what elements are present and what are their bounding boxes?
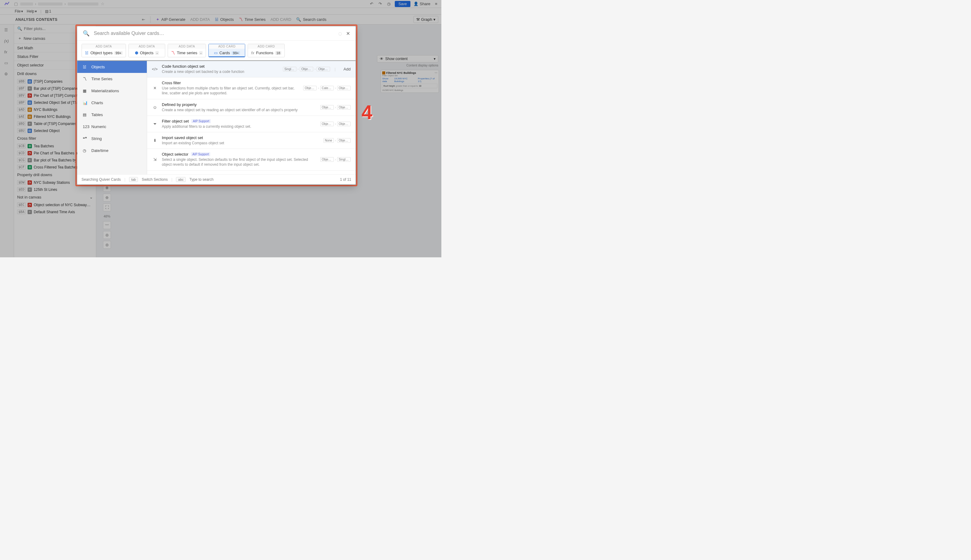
card-tag: Object… bbox=[337, 138, 350, 143]
aip-badge: AIP Support bbox=[191, 152, 210, 156]
search-icon: 🔍 bbox=[83, 30, 90, 37]
card-tag: Object… bbox=[337, 122, 350, 126]
quiver-card-modal: 🔍 ◌ ✕ ADD DATA ☱ Object types 99+ ADD DA… bbox=[77, 26, 355, 184]
modal-sidebar-materializations[interactable]: ▦Materializations bbox=[77, 85, 147, 97]
card-type-icon: ⬇ bbox=[152, 138, 158, 143]
table-icon: ▦ bbox=[83, 88, 88, 93]
abc-key-hint: abc bbox=[176, 177, 186, 182]
annotation-number: 4 bbox=[361, 101, 372, 124]
card-type-icon: ✕ bbox=[152, 85, 158, 91]
bar-icon: 📊 bbox=[83, 100, 88, 105]
card-tag: Single… bbox=[283, 67, 296, 72]
modal-sidebar-date-time[interactable]: ◷Date/time bbox=[77, 145, 147, 157]
clock-icon: ◷ bbox=[83, 148, 88, 153]
timeseries-icon: 〽 bbox=[83, 77, 88, 81]
modal-card-list: </> Code function object set Create a ne… bbox=[147, 61, 355, 174]
timeseries-icon: 〽 bbox=[171, 50, 175, 55]
card-tag: Object… bbox=[317, 67, 330, 72]
card-tag: Object… bbox=[337, 105, 350, 110]
card-tag: Object… bbox=[320, 105, 334, 110]
card-tag: None bbox=[324, 138, 334, 143]
object-types-icon: ☱ bbox=[85, 50, 88, 55]
filter-object-types[interactable]: ADD DATA ☱ Object types 99+ bbox=[82, 44, 126, 57]
result-counter: 1 of 11 bbox=[340, 177, 351, 182]
functions-icon: fx bbox=[251, 50, 254, 55]
card-tag: Object… bbox=[320, 157, 334, 162]
modal-sidebar-objects[interactable]: ☱Objects bbox=[77, 61, 147, 73]
card-tag: Object… bbox=[303, 86, 317, 90]
modal-search-input[interactable] bbox=[94, 31, 334, 36]
card-tag: Object… bbox=[337, 86, 350, 90]
num-icon: 123 bbox=[83, 124, 88, 129]
card-row[interactable]: ⬇ Import saved object set Import an exis… bbox=[147, 132, 355, 149]
spinner-icon: ◌ bbox=[339, 31, 342, 36]
filter-objects[interactable]: ADD DATA ⬢ Objects - bbox=[128, 44, 165, 57]
modal-sidebar-time-series[interactable]: 〽Time Series bbox=[77, 73, 147, 85]
card-type-icon: ⇲ bbox=[152, 157, 158, 162]
card-row[interactable]: ⏷ Filter object setAIP Support Apply add… bbox=[147, 116, 355, 132]
card-row[interactable]: ⇲ Object selectorAIP Support Select a si… bbox=[147, 149, 355, 170]
switch-sections-hint: Switch Sections bbox=[142, 177, 168, 182]
footer-status: Searching Quiver Cards bbox=[82, 177, 121, 182]
add-button[interactable]: Add bbox=[344, 67, 350, 72]
close-icon[interactable]: ✕ bbox=[346, 31, 350, 37]
filter-cards[interactable]: ADD CARD ▭ Cards 99+ bbox=[209, 44, 245, 57]
type-search-hint: Type to search bbox=[189, 177, 214, 182]
table2-icon: ▤ bbox=[83, 112, 88, 117]
card-type-icon: </> bbox=[152, 67, 158, 72]
card-tag: Categ… bbox=[320, 86, 334, 90]
modal-sidebar: ☱Objects〽Time Series▦Materializations📊Ch… bbox=[77, 61, 147, 174]
tab-key-hint: tab bbox=[129, 177, 138, 182]
modal-search-row: 🔍 ◌ ✕ bbox=[77, 26, 355, 41]
objects-icon: ⬢ bbox=[135, 50, 138, 55]
modal-filters: ADD DATA ☱ Object types 99+ ADD DATA ⬢ O… bbox=[77, 41, 355, 61]
card-tag: Single… bbox=[337, 157, 350, 162]
modal-sidebar-string[interactable]: ❝❞String bbox=[77, 133, 147, 145]
card-row[interactable]: ⊕ Set math Combine multiple object sets … bbox=[147, 171, 355, 175]
cards-icon: ▭ bbox=[214, 50, 218, 55]
card-row[interactable]: </> Code function object set Create a ne… bbox=[147, 61, 355, 78]
card-type-icon: ⊙ bbox=[152, 105, 158, 110]
aip-badge: AIP Support bbox=[191, 119, 211, 123]
modal-sidebar-charts[interactable]: 📊Charts bbox=[77, 97, 147, 109]
card-tag: Object… bbox=[300, 67, 313, 72]
modal-sidebar-tables[interactable]: ▤Tables bbox=[77, 109, 147, 121]
card-tag: Object… bbox=[320, 122, 334, 126]
card-row[interactable]: ⊙ Defined by property Create a new objec… bbox=[147, 99, 355, 116]
card-type-icon: ⏷ bbox=[152, 121, 158, 127]
modal-footer: Searching Quiver Cards | tab Switch Sect… bbox=[77, 174, 355, 184]
modal-sidebar-numeric[interactable]: 123Numeric bbox=[77, 121, 147, 133]
card-row[interactable]: ✕ Cross filter Use selections from multi… bbox=[147, 78, 355, 99]
layers-icon: ☱ bbox=[83, 65, 88, 69]
quote-icon: ❝❞ bbox=[83, 136, 88, 141]
filter-time-series[interactable]: ADD DATA 〽 Time series - bbox=[168, 44, 206, 57]
quiver-modal-highlight: 🔍 ◌ ✕ ADD DATA ☱ Object types 99+ ADD DA… bbox=[75, 25, 357, 186]
filter-functions[interactable]: ADD CARD fx Functions 18 bbox=[248, 44, 285, 57]
